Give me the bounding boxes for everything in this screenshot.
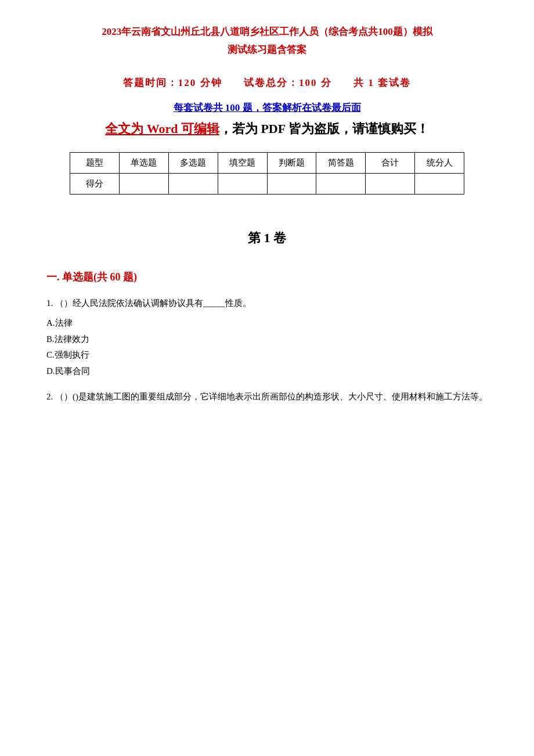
col-judge: 判断题 — [267, 153, 316, 174]
score-label: 试卷总分：100 分 — [244, 77, 332, 88]
question-2: 2. （）()是建筑施工图的重要组成部分，它详细地表示出所画部位的构造形状、大小… — [46, 389, 488, 405]
col-fill: 填空题 — [218, 153, 267, 174]
score-table: 题型 单选题 多选题 填空题 判断题 简答题 合计 统分人 得分 — [70, 152, 464, 195]
score-judge — [267, 174, 316, 195]
score-single — [119, 174, 168, 195]
score-grader — [415, 174, 464, 195]
col-multi: 多选题 — [168, 153, 218, 174]
word-edit-line: 全文为 Word 可编辑，若为 PDF 皆为盗版，请谨慎购买！ — [46, 120, 488, 138]
word-edit-black-text: ，若为 PDF 皆为盗版，请谨慎购买！ — [219, 121, 429, 136]
question-1-option-c: C.强制执行 — [46, 348, 488, 363]
score-total — [366, 174, 415, 195]
sets-label: 共 1 套试卷 — [353, 77, 411, 88]
time-label: 答题时间：120 分钟 — [123, 77, 222, 88]
question-1-option-d: D.民事合同 — [46, 364, 488, 379]
question-1-text: 1. （）经人民法院依法确认调解协议具有_____性质。 — [46, 296, 488, 311]
table-score-row: 得分 — [70, 174, 464, 195]
notice-underline: 每套试卷共 100 题，答案解析在试卷最后面 — [46, 101, 488, 114]
word-edit-red-text: 全文为 Word 可编辑 — [105, 121, 219, 136]
question-1-option-a: A.法律 — [46, 316, 488, 331]
question-1-option-b: B.法律效力 — [46, 332, 488, 347]
col-short: 简答题 — [316, 153, 366, 174]
question-2-text: 2. （）()是建筑施工图的重要组成部分，它详细地表示出所画部位的构造形状、大小… — [46, 389, 488, 405]
score-label-cell: 得分 — [70, 174, 120, 195]
volume-title: 第 1 卷 — [46, 229, 488, 247]
score-fill — [218, 174, 267, 195]
meta-info: 答题时间：120 分钟 试卷总分：100 分 共 1 套试卷 — [46, 76, 488, 89]
main-title: 2023年云南省文山州丘北县八道哨乡社区工作人员（综合考点共100题）模拟 测试… — [46, 23, 488, 59]
score-short — [316, 174, 366, 195]
question-1: 1. （）经人民法院依法确认调解协议具有_____性质。 A.法律 B.法律效力… — [46, 296, 488, 379]
col-total: 合计 — [366, 153, 415, 174]
section1-title: 一. 单选题(共 60 题) — [46, 270, 488, 284]
col-grader: 统分人 — [415, 153, 464, 174]
title-section: 2023年云南省文山州丘北县八道哨乡社区工作人员（综合考点共100题）模拟 测试… — [46, 23, 488, 59]
col-type: 题型 — [70, 153, 120, 174]
table-header-row: 题型 单选题 多选题 填空题 判断题 简答题 合计 统分人 — [70, 153, 464, 174]
score-multi — [168, 174, 218, 195]
col-single: 单选题 — [119, 153, 168, 174]
